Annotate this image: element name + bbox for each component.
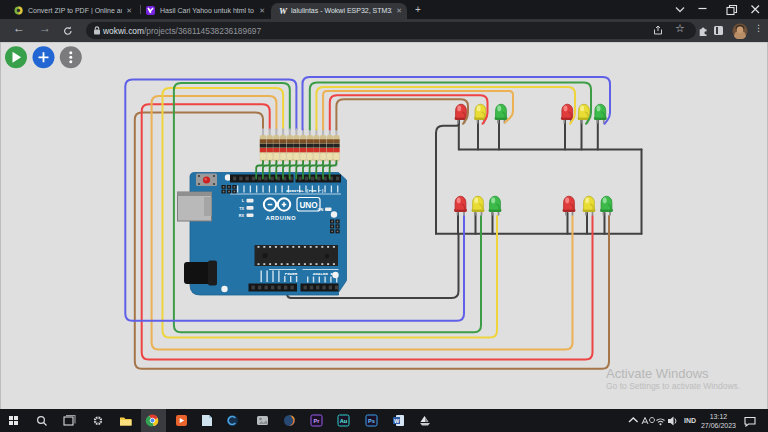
svg-text:W: W (394, 418, 400, 424)
svg-text:Pr: Pr (314, 418, 321, 424)
svg-text:Au: Au (340, 418, 348, 424)
svg-text:DIGITAL (PWM ~): DIGITAL (PWM ~) (286, 189, 324, 193)
svg-text:RX: RX (239, 214, 245, 218)
svg-text:Ps: Ps (368, 418, 375, 424)
svg-text:TX: TX (239, 207, 244, 211)
svg-text:ANALOG IN: ANALOG IN (313, 272, 336, 276)
svg-text:ARDUINO: ARDUINO (266, 215, 296, 221)
svg-text:UNO: UNO (299, 201, 318, 210)
svg-text:POWER: POWER (285, 272, 298, 276)
svg-text:ON: ON (318, 208, 324, 212)
